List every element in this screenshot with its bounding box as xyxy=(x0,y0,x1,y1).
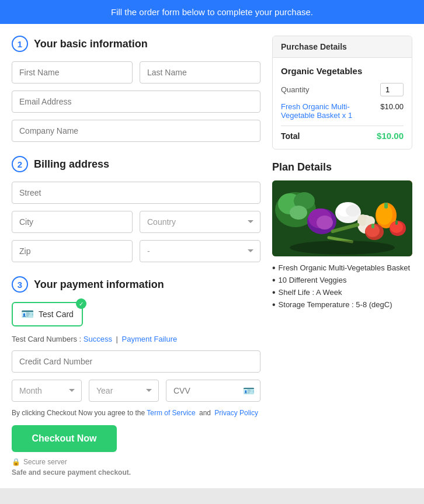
success-link[interactable]: Success xyxy=(84,335,112,343)
credit-card-icon: 🪪 xyxy=(21,308,34,321)
city-country-row: Country xyxy=(12,211,260,233)
svg-point-7 xyxy=(317,215,333,230)
street-row xyxy=(12,182,260,204)
cvv-wrapper: 🪪 xyxy=(166,380,260,402)
tos-link[interactable]: Term of Service xyxy=(147,409,195,417)
card-label: Test Card xyxy=(39,310,74,319)
purchase-details-body: Organic Vegetables Quantity Fresh Organi… xyxy=(273,58,412,149)
item-price: $10.00 xyxy=(380,102,404,111)
plan-features-list: Fresh Organic Multi-Vegetables Basket 10… xyxy=(272,263,412,310)
section1-number: 1 xyxy=(12,36,28,52)
total-row: Total $10.00 xyxy=(281,131,404,141)
terms-prefix: By clicking Checkout Now you agree to th… xyxy=(12,409,145,417)
feature-item-2: 10 Different Veggies xyxy=(272,276,412,285)
section3-title: Your payment information xyxy=(34,279,164,291)
feature-item-4: Storage Temperature : 5-8 (degC) xyxy=(272,300,412,310)
top-banner: Fill the order form below to complete yo… xyxy=(0,0,424,24)
secure-note: 🔒 Secure server xyxy=(12,458,260,466)
section1-header: 1 Your basic information xyxy=(12,36,260,52)
credit-card-input[interactable] xyxy=(12,350,260,373)
purchase-details-box: Purchase Details Organic Vegetables Quan… xyxy=(272,36,412,150)
country-select[interactable]: Country xyxy=(140,211,260,233)
svg-point-4 xyxy=(290,206,307,220)
svg-point-25 xyxy=(290,241,395,255)
page-wrapper: Fill the order form below to complete yo… xyxy=(0,0,424,488)
quantity-label: Quantity xyxy=(281,85,309,94)
purchase-details-header: Purchase Details xyxy=(273,36,412,58)
quantity-input[interactable] xyxy=(380,83,404,96)
section2-header: 2 Billing address xyxy=(12,156,260,172)
payment-failure-link[interactable]: Payment Failure xyxy=(122,335,178,343)
section3-number: 3 xyxy=(12,276,28,293)
test-card-note: Test Card Numbers : Success | Payment Fa… xyxy=(12,335,260,343)
section2-number: 2 xyxy=(12,156,28,172)
month-select[interactable]: Month xyxy=(12,380,82,402)
zip-state-row: - xyxy=(12,240,260,262)
section2-title: Billing address xyxy=(34,158,109,171)
company-row xyxy=(12,120,260,142)
city-input[interactable] xyxy=(12,211,133,233)
cvv-card-icon: 🪪 xyxy=(243,385,255,397)
terms-text: By clicking Checkout Now you agree to th… xyxy=(12,409,260,417)
divider xyxy=(281,126,404,126)
main-content: 1 Your basic information 2 Billing addre… xyxy=(0,24,424,488)
svg-rect-19 xyxy=(371,224,374,228)
total-price: $10.00 xyxy=(377,131,404,141)
banner-text: Fill the order form below to complete yo… xyxy=(111,7,313,17)
item-qty-ref: 1 xyxy=(348,111,352,120)
first-name-input[interactable] xyxy=(12,61,133,84)
secure-label: Secure server xyxy=(23,458,67,466)
veggie-image xyxy=(272,180,412,256)
terms-middle: and xyxy=(199,409,211,417)
item-name: Fresh Organic Multi-Vegetable Basket x 1 xyxy=(281,102,380,120)
feature-item-1: Fresh Organic Multi-Vegetables Basket xyxy=(272,263,412,273)
last-name-input[interactable] xyxy=(140,61,260,84)
email-input[interactable] xyxy=(12,91,260,113)
feature-item-3: Shelf Life : A Week xyxy=(272,288,412,297)
total-label: Total xyxy=(281,131,300,141)
lock-icon: 🔒 xyxy=(12,458,20,466)
safe-note: Safe and secure payment checkout. xyxy=(12,468,260,477)
email-row xyxy=(12,91,260,113)
card-check-icon: ✓ xyxy=(76,298,86,309)
test-card-prefix: Test Card Numbers : xyxy=(12,335,81,343)
state-select[interactable]: - xyxy=(140,240,260,262)
left-column: 1 Your basic information 2 Billing addre… xyxy=(12,36,260,477)
svg-point-10 xyxy=(346,205,360,217)
right-column: Purchase Details Organic Vegetables Quan… xyxy=(272,36,412,477)
quantity-row: Quantity xyxy=(281,83,404,96)
company-input[interactable] xyxy=(12,120,260,142)
year-select[interactable]: Year xyxy=(89,380,159,402)
checkout-button[interactable]: Checkout Now xyxy=(12,425,117,452)
card-option[interactable]: 🪪 Test Card ✓ xyxy=(12,302,83,326)
street-input[interactable] xyxy=(12,182,260,204)
separator: | xyxy=(116,335,118,343)
item-row: Fresh Organic Multi-Vegetable Basket x 1… xyxy=(281,102,404,120)
plan-details: Plan Details xyxy=(272,161,412,310)
product-title: Organic Vegetables xyxy=(281,66,404,76)
section1-title: Your basic information xyxy=(34,38,148,50)
svg-rect-22 xyxy=(395,220,398,225)
name-row xyxy=(12,61,260,84)
cc-number-row xyxy=(12,350,260,373)
zip-input[interactable] xyxy=(12,240,133,262)
svg-rect-16 xyxy=(384,203,388,208)
plan-details-title: Plan Details xyxy=(272,161,412,173)
privacy-link[interactable]: Privacy Policy xyxy=(214,409,258,417)
section3-header: 3 Your payment information xyxy=(12,276,260,293)
expiry-cvv-row: Month Year 🪪 xyxy=(12,380,260,402)
